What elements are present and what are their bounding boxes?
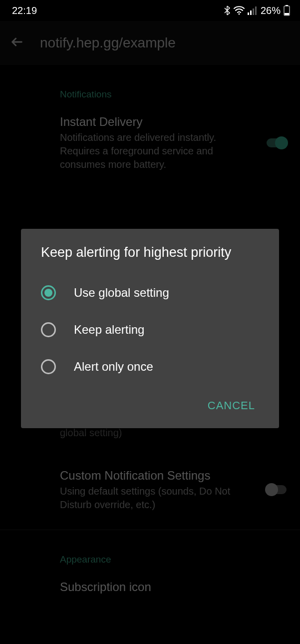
status-bar: 22:19 26% (0, 0, 300, 21)
radio-label: Keep alerting (74, 323, 144, 337)
radio-option-0[interactable]: Use global setting (41, 274, 259, 311)
battery-percent: 26% (261, 5, 281, 16)
svg-point-0 (238, 13, 240, 15)
dialog-keep-alerting: Keep alerting for highest priority Use g… (21, 229, 279, 428)
radio-icon (41, 322, 56, 337)
svg-rect-7 (285, 13, 289, 15)
status-right: 26% (224, 5, 290, 16)
svg-rect-3 (253, 8, 254, 15)
wifi-icon (234, 6, 245, 15)
radio-option-2[interactable]: Alert only once (41, 348, 259, 385)
svg-rect-4 (255, 6, 257, 15)
dialog-title: Keep alerting for highest priority (41, 245, 259, 260)
battery-icon (284, 5, 290, 16)
svg-rect-1 (248, 12, 249, 15)
dialog-actions: CANCEL (41, 395, 259, 416)
status-time: 22:19 (12, 5, 37, 16)
radio-option-1[interactable]: Keep alerting (41, 311, 259, 348)
radio-label: Use global setting (74, 286, 169, 300)
signal-icon (248, 6, 258, 15)
radio-icon (41, 285, 56, 300)
cancel-button[interactable]: CANCEL (204, 395, 259, 416)
bluetooth-icon (224, 5, 231, 15)
radio-label: Alert only once (74, 360, 153, 374)
svg-rect-2 (250, 10, 252, 15)
radio-icon (41, 359, 56, 374)
